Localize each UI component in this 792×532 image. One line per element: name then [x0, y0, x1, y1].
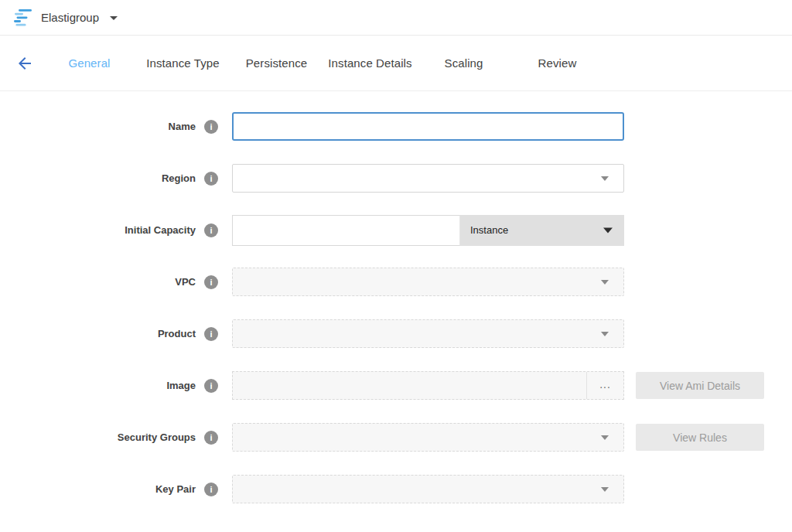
chevron-down-icon [601, 487, 609, 492]
back-button[interactable] [15, 54, 34, 73]
general-settings-form: Name i Region i Initial Capacity i [0, 91, 792, 515]
tab-review[interactable]: Review [510, 56, 604, 70]
top-bar: Elastigroup [0, 0, 792, 36]
info-icon[interactable]: i [204, 379, 218, 393]
form-row-key-pair: Key Pair i [0, 463, 792, 515]
elastigroup-logo-icon [12, 8, 33, 28]
info-icon[interactable]: i [204, 431, 218, 445]
key-pair-select [232, 475, 624, 503]
name-label: Name [169, 121, 196, 132]
view-rules-button: View Rules [636, 424, 764, 451]
form-row-region: Region i [0, 152, 792, 204]
form-row-product: Product i [0, 308, 792, 360]
chevron-down-icon [601, 435, 609, 440]
chevron-down-icon [601, 332, 609, 336]
tab-instance-details[interactable]: Instance Details [323, 56, 417, 70]
tabs: General Instance Type Persistence Instan… [43, 56, 604, 70]
info-icon[interactable]: i [204, 327, 218, 341]
chevron-down-icon [603, 227, 613, 233]
product-switcher[interactable]: Elastigroup [12, 8, 118, 28]
security-groups-label: Security Groups [118, 431, 196, 443]
initial-capacity-label: Initial Capacity [125, 224, 196, 236]
capacity-unit-select[interactable]: Instance [460, 215, 624, 246]
form-row-initial-capacity: Initial Capacity i Instance [0, 204, 792, 256]
chevron-down-icon [601, 176, 609, 181]
security-groups-select [232, 423, 624, 452]
info-icon[interactable]: i [204, 120, 218, 134]
form-row-image: Image i ... View Ami Details [0, 360, 792, 411]
name-input[interactable] [232, 112, 624, 141]
vpc-select [232, 268, 624, 296]
arrow-back-icon [15, 54, 34, 73]
product-select [232, 319, 624, 348]
wizard-tab-bar: General Instance Type Persistence Instan… [0, 36, 792, 91]
key-pair-label: Key Pair [155, 483, 196, 495]
region-select[interactable] [232, 164, 624, 193]
product-label: Product [158, 328, 196, 339]
info-icon[interactable]: i [204, 483, 218, 496]
image-label: Image [166, 380, 196, 391]
info-icon[interactable]: i [204, 223, 218, 237]
vpc-label: VPC [175, 276, 196, 288]
initial-capacity-input[interactable] [232, 215, 460, 246]
info-icon[interactable]: i [204, 172, 218, 186]
image-lookup-field: ... [232, 371, 624, 400]
tab-instance-type[interactable]: Instance Type [136, 56, 230, 70]
view-ami-details-button: View Ami Details [636, 372, 764, 399]
image-value [233, 372, 586, 399]
region-label: Region [162, 172, 196, 184]
chevron-down-icon [601, 280, 609, 285]
form-row-name: Name i [0, 101, 792, 152]
app-name: Elastigroup [41, 11, 99, 24]
tab-scaling[interactable]: Scaling [417, 56, 510, 70]
tab-persistence[interactable]: Persistence [230, 56, 323, 70]
tab-general[interactable]: General [43, 56, 136, 70]
capacity-unit-value: Instance [470, 224, 508, 236]
form-row-security-groups: Security Groups i View Rules [0, 411, 792, 463]
chevron-down-icon [110, 16, 118, 20]
browse-ellipsis-button: ... [586, 372, 623, 399]
form-row-vpc: VPC i [0, 256, 792, 308]
info-icon[interactable]: i [204, 275, 218, 289]
